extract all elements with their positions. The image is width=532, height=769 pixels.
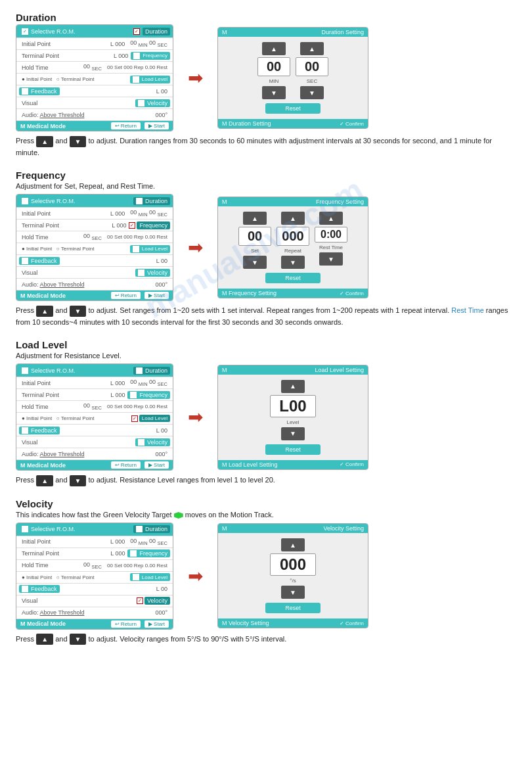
vel-start-button[interactable]: ▶ Start xyxy=(144,620,169,628)
device-footer: M Medical Mode ↩ Return ▶ Start xyxy=(16,121,173,131)
level-value: L00 xyxy=(270,395,316,417)
min-label: MIN xyxy=(269,78,279,84)
sp-ll-brand: M xyxy=(222,367,227,373)
repeat-down-button[interactable] xyxy=(281,256,305,269)
level-up-button[interactable] xyxy=(281,380,305,393)
sp-duration-brand: M xyxy=(222,29,227,35)
load-level-ui-row: ✓Selective R.O.M. ✓Duration Initial Poin… xyxy=(16,363,516,471)
sec-down-button[interactable] xyxy=(300,86,324,99)
rest-down-button[interactable] xyxy=(319,252,343,266)
vel-reset-button[interactable]: Reset xyxy=(265,603,321,613)
sp-min-col: 00 MIN xyxy=(257,42,290,99)
sp-ll-body: L00 Level Reset xyxy=(218,375,368,460)
vel-down-btn-inline xyxy=(70,634,87,645)
ll-return-button[interactable]: ↩ Return xyxy=(111,461,141,469)
set-label: Set xyxy=(251,248,259,254)
check-duration-active: ✓ xyxy=(133,28,140,35)
duration-ui-row: ✓Selective R.O.M. ✓ Duration Initial Poi… xyxy=(16,24,516,131)
sp-ll-controls: L00 Level xyxy=(270,380,316,440)
vel-return-button[interactable]: ↩ Return xyxy=(111,620,141,628)
velocity-section: Velocity This indicates how fast the Gre… xyxy=(16,498,516,645)
sec-up-button[interactable] xyxy=(300,42,324,55)
velocity-value: 000 xyxy=(270,553,316,576)
footer-buttons: ↩ Return ▶ Start xyxy=(111,122,169,129)
start-button[interactable]: ▶ Start xyxy=(144,122,169,129)
frequency-setting-panel: M Frequency Setting 00 Set 000 Repeat xyxy=(217,197,368,298)
freq-arrow-icon: ➡ xyxy=(188,237,203,258)
green-target-icon xyxy=(174,512,183,519)
min-down-button[interactable] xyxy=(262,86,286,99)
feedback-row: ✓Feedback L 00 xyxy=(16,85,173,97)
freq-reset-button[interactable]: Reset xyxy=(265,273,321,283)
sp-freq-footer-brand: M Frequency Setting xyxy=(222,290,277,296)
sp-sec-col: 00 SEC xyxy=(296,42,328,99)
frequency-ui-row: ✓Selective R.O.M. ✓Duration Initial Poin… xyxy=(16,194,516,301)
sp-freq-footer: M Frequency Setting ✓ Confirm xyxy=(218,289,368,298)
vel-down-button[interactable] xyxy=(281,586,305,599)
audio-row: Audio: Above Threshold 000° xyxy=(16,109,173,121)
frequency-device-panel: ✓Selective R.O.M. ✓Duration Initial Poin… xyxy=(16,194,173,301)
set-value: 00 xyxy=(238,227,271,246)
velocity-ui-row: ✓Selective R.O.M. ✓Duration Initial Poin… xyxy=(16,523,516,630)
hold-time-row: Hold Time 00 SEC 00 Set 000 Rep 0.00 Res… xyxy=(16,62,173,74)
vel-arrow-icon: ➡ xyxy=(188,565,203,587)
terminal-point-row: Terminal Point L 000 ✓Frequency xyxy=(16,50,173,62)
repeat-up-button[interactable] xyxy=(281,212,305,225)
level-down-button[interactable] xyxy=(281,427,305,440)
sp-duration-body: 00 MIN 00 SEC Reset xyxy=(218,37,368,119)
velocity-device-panel: ✓Selective R.O.M. ✓Duration Initial Poin… xyxy=(16,523,173,630)
freq-confirm-button[interactable]: ✓ Confirm xyxy=(340,291,364,296)
velocity-setting-panel: M Velocity Setting 000 °/s Reset M Veloc… xyxy=(217,523,368,628)
duration-section: Duration ✓Selective R.O.M. ✓ Duration In… xyxy=(16,12,516,158)
return-button[interactable]: ↩ Return xyxy=(111,122,141,129)
sp-ll-header: M Load Level Setting xyxy=(218,365,368,375)
ll-down-btn xyxy=(70,475,87,486)
frequency-subtitle: Adjustment for Set, Repeat, and Rest Tim… xyxy=(16,182,516,190)
vel-up-button[interactable] xyxy=(281,538,305,551)
repeat-value: 000 xyxy=(277,227,309,246)
load-level-section: Load Level Adjustment for Resistance Lev… xyxy=(16,339,516,486)
sp-duration-header: M Duration Setting xyxy=(218,28,368,37)
sp-freq-title: Frequency Setting xyxy=(316,198,364,205)
load-level-subtitle: Adjustment for Resistance Level. xyxy=(16,352,516,360)
duration-device-panel: ✓Selective R.O.M. ✓ Duration Initial Poi… xyxy=(16,24,173,131)
duration-confirm-button[interactable]: ✓ Confirm xyxy=(340,121,364,127)
set-down-button[interactable] xyxy=(243,256,267,269)
feedback-label: ✓Feedback xyxy=(19,87,60,95)
duration-reset-button[interactable]: Reset xyxy=(265,103,321,114)
freq-start-button[interactable]: ▶ Start xyxy=(144,292,169,299)
load-level-setting-panel: M Load Level Setting L00 Level Reset M L… xyxy=(217,365,368,470)
sp-ll-footer-brand: M Load Level Setting xyxy=(222,461,278,468)
vel-up-btn-inline xyxy=(36,634,53,645)
sp-ll-title: Load Level Setting xyxy=(315,367,364,373)
set-up-button[interactable] xyxy=(243,212,267,225)
radio-row: ● Initial Point ○ Terminal Point ✓Load L… xyxy=(16,74,173,85)
velocity-unit-label: °/s xyxy=(290,578,296,584)
arrow-icon: ➡ xyxy=(188,67,203,89)
min-up-button[interactable] xyxy=(262,42,286,55)
sp-duration-controls: 00 MIN 00 SEC xyxy=(257,42,328,99)
sp-vel-header: M Velocity Setting xyxy=(218,524,368,533)
sp-freq-body: 00 Set 000 Repeat 0:00 Rest Time xyxy=(218,206,368,289)
visual-row: Visual ✓Velocity xyxy=(16,97,173,109)
velocity-tab-small: ✓Velocity xyxy=(135,99,170,107)
sp-ll-footer: M Load Level Setting ✓ Confirm xyxy=(218,460,368,469)
ll-arrow-icon: ➡ xyxy=(188,406,203,428)
frequency-tab-small: ✓Frequency xyxy=(131,52,170,60)
rest-up-button[interactable] xyxy=(319,212,343,225)
ll-confirm-button[interactable]: ✓ Confirm xyxy=(340,461,364,467)
initial-point-row: Initial Point L 000 00 MIN 00 SEC xyxy=(16,38,173,50)
sp-freq-brand: M xyxy=(222,198,227,205)
vel-confirm-button[interactable]: ✓ Confirm xyxy=(340,620,364,626)
sp-vel-footer: M Velocity Setting ✓ Confirm xyxy=(218,618,368,628)
sp-set-col: 00 Set xyxy=(238,212,271,269)
sec-label: SEC xyxy=(307,78,317,84)
load-level-device-panel: ✓Selective R.O.M. ✓Duration Initial Poin… xyxy=(16,363,173,471)
frequency-section: Frequency Adjustment for Set, Repeat, an… xyxy=(16,170,516,327)
freq-return-button[interactable]: ↩ Return xyxy=(111,292,141,299)
sp-vel-controls: 000 °/s xyxy=(270,538,316,599)
ll-start-button[interactable]: ▶ Start xyxy=(144,461,169,469)
duration-title: Duration xyxy=(16,12,516,23)
ll-reset-button[interactable]: Reset xyxy=(265,444,321,455)
sp-level-col: L00 Level xyxy=(270,380,316,440)
